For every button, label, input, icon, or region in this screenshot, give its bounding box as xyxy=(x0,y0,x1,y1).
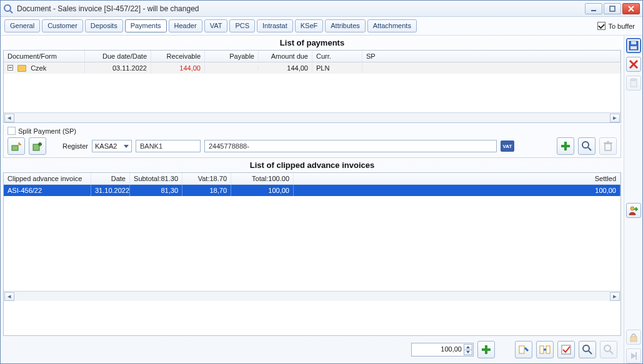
payments-grid: Document/Form Due date/Date Receivable P… xyxy=(3,50,621,123)
value-spinner[interactable] xyxy=(464,344,472,355)
scroll-right-icon[interactable]: ▸ xyxy=(610,114,620,122)
tree-collapse-icon[interactable] xyxy=(7,65,13,71)
value-input[interactable]: 100,00 xyxy=(411,343,474,357)
lock-button[interactable] xyxy=(626,330,641,345)
clipped-row[interactable]: ASI-456/22 31.10.2022 81,30 18,70 100,00… xyxy=(4,185,621,196)
chevron-down-icon xyxy=(124,145,129,148)
payments-hscroll[interactable]: ◂ ▸ xyxy=(4,112,621,122)
add-payment-plus-button[interactable] xyxy=(29,137,46,155)
col-amount-due[interactable]: Amount due xyxy=(259,51,312,62)
spin-up-icon[interactable] xyxy=(464,344,472,350)
cell-subtotal: 81,30 xyxy=(130,185,182,196)
tab-customer[interactable]: Customer xyxy=(42,19,83,32)
view-button[interactable] xyxy=(578,137,596,155)
tab-pcs[interactable]: PCS xyxy=(229,19,255,32)
scroll-right-icon[interactable]: ▸ xyxy=(610,292,620,301)
tab-attachments[interactable]: Attachments xyxy=(367,19,417,32)
tab-deposits[interactable]: Deposits xyxy=(85,19,123,32)
svg-point-25 xyxy=(604,345,611,352)
clipboard-button[interactable] xyxy=(626,76,641,91)
add-button[interactable] xyxy=(557,137,574,155)
link-doc-button[interactable] xyxy=(515,341,532,358)
cell-vat: 18,70 xyxy=(182,185,231,196)
import-payment-button[interactable] xyxy=(7,137,25,155)
window-title: Document - Sales invoice [SI-457/22] - w… xyxy=(17,4,585,13)
close-button[interactable] xyxy=(622,3,640,14)
register-select[interactable]: KASA2 xyxy=(92,140,132,152)
user-add-button[interactable] xyxy=(626,203,641,218)
svg-line-1 xyxy=(10,11,12,13)
body: List of payments Document/Form Due date/… xyxy=(1,36,642,363)
tab-header[interactable]: Header xyxy=(169,19,202,32)
tab-intrastat[interactable]: Intrastat xyxy=(257,19,293,32)
clipped-hscroll[interactable]: ◂ ▸ xyxy=(4,291,621,301)
delete-button[interactable] xyxy=(599,137,617,155)
col-curr[interactable]: Curr. xyxy=(312,51,362,62)
col-clipped-subtotal[interactable]: Subtotal:81.30 xyxy=(130,173,182,184)
col-due-date[interactable]: Due date/Date xyxy=(85,51,151,62)
scroll-left-icon[interactable]: ◂ xyxy=(4,114,14,122)
tab-payments[interactable]: Payments xyxy=(125,19,167,32)
cancel-button[interactable] xyxy=(626,57,641,72)
vat-badge-button[interactable]: VAT xyxy=(501,140,514,152)
svg-point-12 xyxy=(582,142,589,148)
to-buffer-checkbox[interactable]: To buffer xyxy=(597,22,639,30)
register-row: Register KASA2 BANK1 2445778888- VAT xyxy=(7,137,617,155)
tab-ksef[interactable]: KSeF xyxy=(295,19,324,32)
col-clipped-settled[interactable]: Settled xyxy=(294,173,621,184)
account-field[interactable]: 2445778888- xyxy=(204,140,497,152)
svg-line-24 xyxy=(589,351,592,354)
svg-rect-20 xyxy=(540,346,544,353)
cell-total: 100,00 xyxy=(231,185,294,196)
maximize-button[interactable] xyxy=(604,3,621,14)
save-button[interactable] xyxy=(626,38,641,53)
magnify-button[interactable] xyxy=(579,341,596,358)
col-clipped-vat[interactable]: Vat:18.70 xyxy=(182,173,231,184)
window-buttons xyxy=(585,3,640,14)
check-doc-button[interactable] xyxy=(557,341,575,358)
svg-rect-6 xyxy=(12,145,18,150)
svg-line-13 xyxy=(588,147,591,150)
bottom-add-button[interactable] xyxy=(477,341,495,358)
next-button[interactable] xyxy=(626,348,641,363)
magnify-disabled-button[interactable] xyxy=(600,341,617,358)
cell-form: Czek xyxy=(4,62,85,74)
svg-point-34 xyxy=(631,207,634,210)
titlebar: Document - Sales invoice [SI-457/22] - w… xyxy=(1,1,642,17)
svg-point-23 xyxy=(583,345,589,352)
col-clipped-invoice[interactable]: Clipped advance invoice xyxy=(4,173,91,184)
side-column xyxy=(624,36,642,363)
svg-rect-3 xyxy=(610,6,615,11)
split-payment-checkbox[interactable]: Split Payment (SP) xyxy=(7,127,617,135)
scroll-left-icon[interactable]: ◂ xyxy=(4,292,14,301)
cell-payable xyxy=(205,66,259,70)
spin-down-icon[interactable] xyxy=(464,350,472,356)
svg-rect-33 xyxy=(632,79,636,81)
tab-vat[interactable]: VAT xyxy=(204,19,228,32)
col-clipped-date[interactable]: Date xyxy=(91,173,130,184)
payments-header: Document/Form Due date/Date Receivable P… xyxy=(4,51,621,62)
tab-general[interactable]: General xyxy=(4,19,40,32)
tab-attributes[interactable]: Attributes xyxy=(325,19,365,32)
value-text: 100,00 xyxy=(441,345,462,353)
link-docs-button[interactable] xyxy=(536,341,554,358)
cell-form-text: Czek xyxy=(31,64,46,72)
cell-date: 31.10.2022 xyxy=(91,185,130,196)
folder-icon xyxy=(17,65,26,72)
checkbox-icon xyxy=(7,127,16,135)
col-clipped-total[interactable]: Total:100.00 xyxy=(231,173,294,184)
payments-toolbar: Split Payment (SP) Register KASA2 BANK1 xyxy=(3,124,621,158)
col-receivable[interactable]: Receivable xyxy=(151,51,205,62)
bank-field[interactable]: BANK1 xyxy=(136,140,201,152)
col-sp[interactable]: SP xyxy=(362,51,621,62)
cell-due-date: 03.11.2022 xyxy=(85,62,151,74)
cell-inv: ASI-456/22 xyxy=(4,185,91,196)
col-document-form[interactable]: Document/Form xyxy=(4,51,85,62)
col-payable[interactable]: Payable xyxy=(205,51,259,62)
clipped-grid: Clipped advance invoice Date Subtotal:81… xyxy=(3,172,621,336)
main-column: List of payments Document/Form Due date/… xyxy=(1,36,624,363)
minimize-button[interactable] xyxy=(585,3,602,14)
split-payment-label: Split Payment (SP) xyxy=(18,127,76,135)
cell-settled: 100,00 xyxy=(294,185,621,196)
payment-row[interactable]: Czek 03.11.2022 144,00 144,00 PLN xyxy=(4,62,621,74)
